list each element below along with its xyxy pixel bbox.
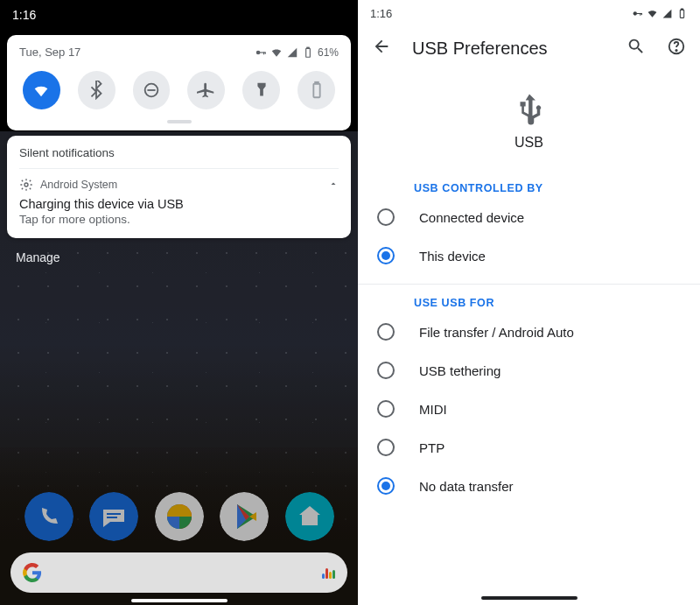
radio-label: This device xyxy=(419,249,486,264)
radio-icon xyxy=(377,439,395,456)
dock-play-store[interactable] xyxy=(219,491,270,542)
svg-point-25 xyxy=(676,50,676,51)
back-button[interactable] xyxy=(372,37,391,60)
svg-point-18 xyxy=(634,11,637,15)
qs-date: Tue, Sep 17 xyxy=(19,46,80,59)
radio-file-transfer[interactable]: File transfer / Android Auto xyxy=(377,313,686,351)
qs-tile-dnd[interactable] xyxy=(133,71,171,109)
radio-this-device[interactable]: This device xyxy=(377,236,686,275)
svg-rect-21 xyxy=(641,12,642,14)
google-g-icon xyxy=(23,563,42,582)
svg-rect-2 xyxy=(263,52,264,54)
dock-messages[interactable] xyxy=(88,491,139,542)
left-clock: 1:16 xyxy=(12,8,36,22)
svg-rect-22 xyxy=(680,10,683,18)
search-bar[interactable] xyxy=(10,552,347,593)
svg-rect-3 xyxy=(265,52,266,53)
assistant-icon[interactable] xyxy=(322,566,335,579)
section-header-use-for: USE USB FOR xyxy=(414,285,686,313)
radio-icon xyxy=(377,323,395,341)
svg-point-0 xyxy=(256,50,261,54)
svg-point-10 xyxy=(24,183,28,186)
svg-point-11 xyxy=(24,492,74,541)
radio-label: MIDI xyxy=(419,402,447,417)
dock-home[interactable] xyxy=(284,491,335,542)
battery-icon xyxy=(302,46,314,59)
right-status-bar: 1:16 xyxy=(358,0,700,26)
help-button[interactable] xyxy=(667,37,686,60)
right-clock: 1:16 xyxy=(370,7,392,20)
qs-tile-bluetooth[interactable] xyxy=(78,71,116,109)
qs-tile-battery-saver[interactable] xyxy=(298,71,335,109)
radio-icon xyxy=(377,362,395,379)
signal-icon xyxy=(286,46,298,59)
quick-settings-panel: Tue, Sep 17 61% xyxy=(7,35,351,130)
radio-label: Connected device xyxy=(419,210,524,225)
notif-expand-icon[interactable] xyxy=(328,179,339,192)
qs-tile-flashlight[interactable] xyxy=(242,71,280,109)
svg-rect-19 xyxy=(636,12,641,13)
qs-battery-pct: 61% xyxy=(318,46,339,59)
notif-section-title: Silent notifications xyxy=(19,146,339,169)
radio-label: File transfer / Android Auto xyxy=(419,325,574,340)
svg-rect-1 xyxy=(260,52,265,53)
search-button[interactable] xyxy=(626,37,646,60)
radio-icon xyxy=(377,400,395,418)
nav-pill-left[interactable] xyxy=(131,599,228,602)
dock-photos[interactable] xyxy=(154,491,205,542)
usb-icon xyxy=(511,91,548,128)
radio-usb-tethering[interactable]: USB tethering xyxy=(377,351,686,390)
section-header-controlled-by: USB CONTROLLED BY xyxy=(414,170,686,198)
radio-midi[interactable]: MIDI xyxy=(377,390,686,428)
key-icon xyxy=(632,8,643,19)
radio-icon xyxy=(377,477,395,495)
radio-icon xyxy=(377,247,395,264)
qs-tile-wifi[interactable] xyxy=(23,71,60,109)
svg-rect-4 xyxy=(306,48,311,57)
radio-label: USB tethering xyxy=(419,363,500,378)
android-system-icon xyxy=(19,178,33,192)
svg-rect-8 xyxy=(313,84,319,98)
svg-rect-20 xyxy=(640,12,640,15)
qs-tile-airplane[interactable] xyxy=(187,71,225,109)
notif-app-name: Android System xyxy=(40,179,117,191)
notification-card[interactable]: Silent notifications Android System Char… xyxy=(7,136,351,238)
svg-rect-9 xyxy=(315,82,318,84)
signal-icon xyxy=(662,8,673,19)
page-title: USB Preferences xyxy=(412,39,548,59)
notif-subtitle: Tap for more options. xyxy=(19,211,339,226)
manage-button[interactable]: Manage xyxy=(0,238,358,277)
radio-icon xyxy=(377,208,395,226)
radio-label: PTP xyxy=(419,440,444,455)
svg-rect-5 xyxy=(307,47,309,48)
dock-phone[interactable] xyxy=(24,491,74,542)
usb-hero-label: USB xyxy=(514,135,543,151)
notif-title: Charging this device via USB xyxy=(19,193,339,211)
radio-connected-device[interactable]: Connected device xyxy=(377,198,686,236)
radio-no-data-transfer[interactable]: No data transfer xyxy=(377,467,686,505)
nav-pill-right[interactable] xyxy=(481,596,578,600)
radio-label: No data transfer xyxy=(419,479,514,494)
wifi-icon xyxy=(647,8,658,19)
radio-ptp[interactable]: PTP xyxy=(377,428,686,467)
key-icon xyxy=(255,46,267,59)
battery-icon xyxy=(676,8,688,19)
svg-rect-23 xyxy=(681,9,682,10)
wifi-icon xyxy=(270,46,283,59)
qs-drag-handle[interactable] xyxy=(167,120,192,123)
left-status-bar: 1:16 xyxy=(0,0,358,30)
